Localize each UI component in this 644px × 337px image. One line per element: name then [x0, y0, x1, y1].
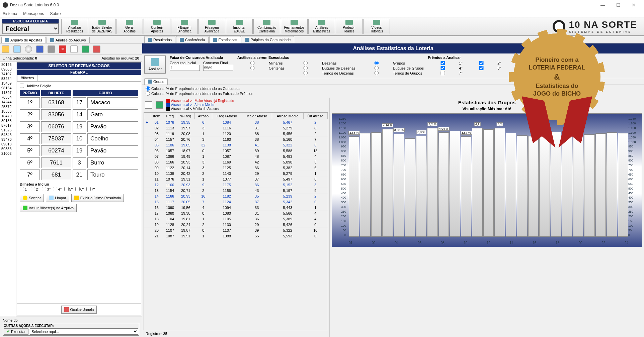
incluir-check[interactable]: 3º — [42, 187, 50, 191]
number-item[interactable]: 89868 — [1, 67, 14, 72]
bilhete-cell[interactable]: 75037 — [41, 133, 71, 144]
filter-icon[interactable] — [93, 45, 100, 53]
delete-icon[interactable]: ✕ — [59, 45, 66, 53]
col-header[interactable]: Últ Atraso — [303, 113, 327, 119]
table-row[interactable]: 20110719,8701107395,32210 — [144, 228, 328, 233]
chart-bar[interactable] — [607, 132, 617, 237]
chart-bar[interactable]: 4,04 % — [438, 132, 449, 237]
number-item[interactable]: 69018 — [1, 142, 14, 146]
toolbar-btn-4[interactable]: FiltragemDinâmica — [171, 19, 198, 34]
tab-conferencia[interactable]: Conferência — [176, 36, 209, 43]
number-item[interactable]: 39153 — [1, 118, 14, 123]
maximize-button[interactable]: ☐ — [611, 0, 626, 10]
menu-sobre[interactable]: Sobre — [50, 11, 61, 16]
disc-icon[interactable] — [25, 45, 32, 53]
number-item[interactable]: 98164 — [1, 86, 14, 90]
chart-bar[interactable] — [573, 135, 583, 237]
loteria-select[interactable]: Federal — [2, 23, 59, 34]
bilhete-cell[interactable]: 60274 — [41, 145, 71, 156]
chart-bar[interactable] — [584, 134, 594, 237]
menu-mensagens[interactable]: Mensagens — [23, 11, 44, 16]
chart-bar[interactable] — [551, 132, 561, 237]
table-row[interactable]: 11107619,3111077375,4978 — [144, 177, 328, 182]
bilhete-cell[interactable]: 681 — [41, 170, 71, 180]
premio-check-1º[interactable]: 1º — [428, 61, 462, 65]
table-row[interactable]: 10113820,4221140295,2791 — [144, 171, 328, 177]
radio-ternos-grupos[interactable]: Ternos de Grupos — [361, 71, 424, 75]
chart-bar[interactable] — [450, 131, 460, 237]
radio-centenas[interactable]: Centenas — [237, 66, 285, 70]
numbers-list[interactable]: 8019689868741075328413459981641139776354… — [0, 62, 16, 317]
col-header[interactable]: %Freq — [177, 113, 195, 119]
table-row[interactable]: 15111720,0571124375,3420 — [144, 199, 328, 205]
new-icon[interactable] — [70, 45, 78, 53]
incluir-check[interactable]: 1º — [20, 187, 28, 191]
number-item[interactable]: 53284 — [1, 76, 14, 81]
toolbar-btn-5[interactable]: FiltragemAvançada — [198, 19, 225, 34]
premio-check-2º[interactable]: 2º — [466, 61, 501, 65]
bilhete-cell[interactable]: 7611 — [41, 157, 71, 168]
menu-sistema[interactable]: Sistema — [3, 11, 17, 16]
chart-bar[interactable] — [618, 133, 628, 237]
concurso-final-input[interactable] — [203, 65, 233, 71]
number-item[interactable]: 74107 — [1, 72, 14, 76]
table-row[interactable]: 09112220,1431125365,3826 — [144, 165, 328, 171]
save-icon[interactable] — [36, 45, 44, 53]
habilitar-edicao-checkbox[interactable]: Habilitar Edição — [20, 84, 138, 88]
toolbar-btn-3[interactable]: ConferirApostas — [144, 19, 170, 34]
bilhete-cell[interactable]: 06076 — [41, 121, 71, 132]
incluir-check[interactable]: 2º — [31, 187, 39, 191]
number-item[interactable]: 91626 — [1, 128, 14, 132]
stats-table-wrap[interactable]: ItemFreq%FreqAtrasoFreq+AtrasoMaior Atra… — [144, 112, 328, 330]
col-header[interactable]: Item — [150, 113, 163, 119]
premio-check-7º[interactable]: 7º — [428, 71, 462, 75]
toolbar-btn-8[interactable]: FechamentosMatemáticos — [281, 19, 308, 34]
chart-bar[interactable]: 4,2 — [472, 128, 482, 237]
chart-bar[interactable] — [483, 129, 494, 237]
premio-check-4º[interactable]: 4º — [428, 66, 462, 70]
radio-dezenas[interactable]: Dezenas — [291, 61, 355, 65]
table-row[interactable]: 14116620,93161182355,2392 — [144, 194, 328, 199]
number-item[interactable]: 57617 — [1, 123, 14, 128]
chart-bar[interactable] — [595, 133, 606, 237]
table-row[interactable]: 05110619,85321138415,3226 — [144, 142, 328, 148]
chart-bar[interactable] — [405, 138, 415, 237]
incluir-check[interactable]: 4º — [53, 187, 61, 191]
toolbar-btn-7[interactable]: CombinaçãoCartesiana — [253, 19, 280, 34]
radio-grupos[interactable]: Grupos — [361, 61, 424, 65]
export-excel-icon[interactable] — [156, 101, 163, 109]
number-item[interactable]: 18535 — [1, 109, 14, 114]
number-item[interactable]: 21002 — [1, 151, 14, 156]
chart-bar[interactable]: 3,8 % — [416, 136, 426, 237]
table-row[interactable]: 06105718,9701057395,58818 — [144, 148, 328, 154]
toolbar-btn-6[interactable]: ImportarEXCEL — [226, 19, 253, 34]
new-doc-icon[interactable] — [145, 101, 152, 109]
chart-bar[interactable] — [517, 135, 527, 237]
number-item[interactable]: 18470 — [1, 114, 14, 118]
sortear-button[interactable]: Sortear — [20, 194, 44, 202]
col-header[interactable]: Freq — [163, 113, 177, 119]
toolbar-btn-10[interactable]: Probabi-lidades — [336, 19, 363, 34]
radio-ternos-dezenas[interactable]: Ternos de Dezenas — [291, 71, 355, 75]
table-row[interactable]: 07108619,4911087485,4934 — [144, 154, 328, 159]
chart-bar[interactable]: 4,2 % — [427, 128, 437, 237]
col-header[interactable]: Atraso Médio — [272, 113, 303, 119]
chart-bar[interactable]: 3,88 % — [349, 136, 359, 237]
tab-estatisticas[interactable]: Estatísticas — [209, 36, 241, 43]
chart-bar[interactable] — [360, 133, 370, 237]
minimize-button[interactable]: — — [595, 0, 611, 10]
table-row[interactable]: 08116620,9331169425,0903 — [144, 159, 328, 165]
executar-button[interactable]: ✔Executar — [4, 328, 28, 335]
print-icon[interactable] — [48, 45, 55, 53]
chart-bar[interactable] — [506, 133, 516, 237]
table-row[interactable]: 18110419,8111105365,3894 — [144, 216, 328, 222]
table-row[interactable]: 17108019,3801080315,5664 — [144, 211, 328, 216]
limpar-button[interactable]: Limpar — [46, 194, 69, 202]
document-icon[interactable] — [13, 45, 21, 53]
number-item[interactable]: 14244 — [1, 100, 14, 104]
tab-bilhetes[interactable]: Bilhetes — [17, 75, 37, 81]
tab-resultados[interactable]: Resultados — [144, 36, 175, 43]
number-item[interactable]: 54348 — [1, 132, 14, 137]
incluir-check[interactable]: 5º — [64, 187, 73, 191]
incluir-check[interactable]: 6º — [75, 187, 84, 191]
